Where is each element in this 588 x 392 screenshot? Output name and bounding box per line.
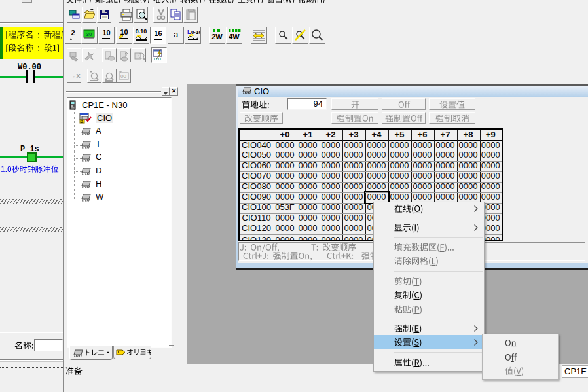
svg-text:00: 00 bbox=[120, 73, 126, 79]
svg-text:30: 30 bbox=[86, 31, 92, 37]
svg-text:Ø: Ø bbox=[81, 120, 83, 124]
svg-text:0·10: 0·10 bbox=[191, 29, 200, 35]
